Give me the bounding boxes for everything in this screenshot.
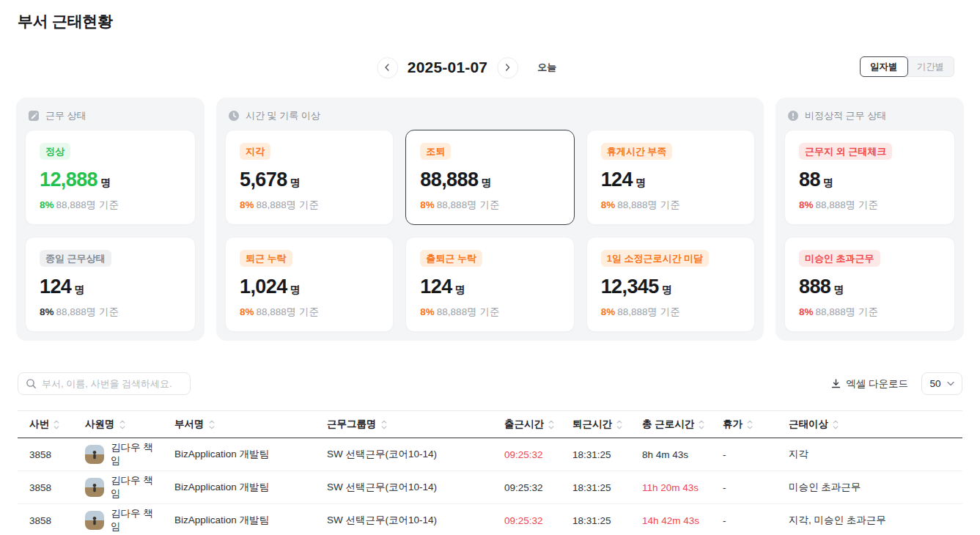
current-date[interactable]: 2025-01-07 xyxy=(408,59,487,76)
stat-card-missing-check-in-out[interactable]: 출퇴근 누락 124 명 8%88,888명 기준 xyxy=(405,237,574,332)
employee-name: 김다우 책임 xyxy=(111,474,163,501)
status-badge: 1일 소정근로시간 미달 xyxy=(601,250,709,268)
stat-card-normal[interactable]: 정상 12,888 명 8%88,888명 기준 xyxy=(25,130,196,225)
status-badge: 종일 근무상태 xyxy=(40,250,111,268)
page-size-value: 50 xyxy=(929,378,940,389)
cell-dept: BizApplication 개발팀 xyxy=(163,448,315,461)
tab-period[interactable]: 기간별 xyxy=(906,56,955,77)
search-input[interactable] xyxy=(42,378,183,389)
stat-percent: 8% xyxy=(420,306,435,317)
sort-icon[interactable] xyxy=(119,420,125,429)
table-row[interactable]: 3858 김다우 책임 BizApplication 개발팀 SW 선택근무(코… xyxy=(18,504,962,535)
cell-check-in: 09:25:32 xyxy=(493,515,561,526)
value-line: 5,678 명 xyxy=(240,169,379,191)
column-header-work-group[interactable]: 근무그룹명 xyxy=(315,418,493,431)
stat-unit: 명 xyxy=(833,284,844,297)
stat-value: 124 xyxy=(40,276,71,298)
cell-check-out: 18:31:25 xyxy=(561,449,630,460)
cell-check-in: 09:25:32 xyxy=(493,449,561,460)
value-line: 12,345 명 xyxy=(601,276,740,298)
sort-icon[interactable] xyxy=(548,420,554,429)
excel-download-button[interactable]: 엑셀 다운로드 xyxy=(830,377,908,391)
stat-card-under-required-hours[interactable]: 1일 소정근로시간 미달 12,345 명 8%88,888명 기준 xyxy=(586,237,755,332)
status-badge: 퇴근 누락 xyxy=(240,250,292,268)
stat-card-offsite-check[interactable]: 근무지 외 근태체크 88 명 8%88,888명 기준 xyxy=(784,130,955,225)
employee-avatar xyxy=(85,478,104,497)
stat-basis: 8%88,888명 기준 xyxy=(799,199,940,212)
sort-icon[interactable] xyxy=(381,420,387,429)
column-header-total-hours[interactable]: 총 근로시간 xyxy=(630,418,711,431)
page-title: 부서 근태현황 xyxy=(18,11,962,32)
cell-work-group: SW 선택근무(코어10-14) xyxy=(315,481,493,494)
stat-card-break-shortage[interactable]: 휴게시간 부족 124 명 8%88,888명 기준 xyxy=(586,130,755,225)
stat-basis: 8%88,888명 기준 xyxy=(40,306,181,319)
status-badge: 휴게시간 부족 xyxy=(601,143,673,160)
cell-dept: BizApplication 개발팀 xyxy=(163,481,315,494)
next-date-button[interactable] xyxy=(497,57,518,78)
stat-card-unapproved-overtime[interactable]: 미승인 초과근무 888 명 8%88,888명 기준 xyxy=(784,237,955,332)
column-header-leave[interactable]: 휴가 xyxy=(711,418,777,431)
stat-value: 1,024 xyxy=(240,276,287,298)
stat-unit: 명 xyxy=(290,177,301,190)
stat-basis-text: 88,888명 기준 xyxy=(257,199,320,210)
stat-basis-text: 88,888명 기준 xyxy=(257,306,320,317)
cell-total-hours: 11h 20m 43s xyxy=(630,482,711,493)
sort-icon[interactable] xyxy=(54,420,59,429)
column-header-dept[interactable]: 부서명 xyxy=(163,418,315,431)
stat-basis: 8%88,888명 기준 xyxy=(240,199,379,212)
cell-total-hours: 8h 4m 43s xyxy=(630,449,711,460)
page-size-select[interactable]: 50 xyxy=(921,372,962,395)
stat-percent: 8% xyxy=(799,199,814,210)
stat-value: 5,678 xyxy=(240,169,287,191)
cell-leave: - xyxy=(711,449,777,460)
column-header-emp-id[interactable]: 사번 xyxy=(18,418,73,431)
stat-unit: 명 xyxy=(662,284,672,297)
cell-total-hours: 14h 42m 43s xyxy=(630,515,711,526)
stat-unit: 명 xyxy=(481,177,491,190)
tab-daily[interactable]: 일자별 xyxy=(860,56,908,77)
group-abnormal-work-cards: 근무지 외 근태체크 88 명 8%88,888명 기준 미승인 초과근무 88… xyxy=(784,130,955,332)
cell-work-group: SW 선택근무(코어10-14) xyxy=(315,514,493,527)
column-header-check-in[interactable]: 출근시간 xyxy=(493,418,561,431)
view-toggle: 일자별 기간별 xyxy=(860,56,954,77)
stat-value: 888 xyxy=(799,276,830,298)
stat-unit: 명 xyxy=(74,284,84,297)
stat-unit: 명 xyxy=(100,177,111,190)
group-work-status-cards: 정상 12,888 명 8%88,888명 기준 종일 근무상태 124 명 xyxy=(25,130,196,332)
stat-card-allday-status[interactable]: 종일 근무상태 124 명 8%88,888명 기준 xyxy=(25,237,196,332)
column-header-check-out[interactable]: 퇴근시간 xyxy=(561,418,630,431)
sort-icon[interactable] xyxy=(833,420,839,429)
sort-icon[interactable] xyxy=(699,420,704,429)
stat-card-early-leave[interactable]: 조퇴 88,888 명 8%88,888명 기준 xyxy=(405,130,574,225)
stat-card-late[interactable]: 지각 5,678 명 8%88,888명 기준 xyxy=(225,130,394,225)
sort-icon[interactable] xyxy=(747,420,753,429)
stat-basis-text: 88,888명 기준 xyxy=(437,306,500,317)
column-header-anomaly[interactable]: 근태이상 xyxy=(777,418,962,431)
prev-date-button[interactable] xyxy=(377,57,398,78)
stat-percent: 8% xyxy=(40,306,54,317)
stat-unit: 명 xyxy=(290,284,301,297)
stat-card-missing-checkout[interactable]: 퇴근 누락 1,024 명 8%88,888명 기준 xyxy=(225,237,394,332)
cell-emp-id: 3858 xyxy=(18,482,73,493)
today-button[interactable]: 오늘 xyxy=(537,61,556,74)
cell-check-out: 18:31:25 xyxy=(561,482,630,493)
stat-basis-text: 88,888명 기준 xyxy=(816,199,879,210)
stat-value: 124 xyxy=(601,169,633,191)
stat-basis-text: 88,888명 기준 xyxy=(56,306,119,317)
stat-percent: 8% xyxy=(40,199,54,210)
cell-name: 김다우 책임 xyxy=(73,507,163,534)
date-bar: 2025-01-07 오늘 일자별 기간별 xyxy=(0,55,980,80)
sort-icon[interactable] xyxy=(209,420,215,429)
column-header-name[interactable]: 사원명 xyxy=(73,418,163,431)
search-box[interactable] xyxy=(18,372,191,395)
employee-avatar xyxy=(85,511,104,530)
value-line: 88,888 명 xyxy=(420,169,559,191)
sort-icon[interactable] xyxy=(616,420,622,429)
table-row[interactable]: 3858 김다우 책임 BizApplication 개발팀 SW 선택근무(코… xyxy=(18,471,962,504)
table-row[interactable]: 3858 김다우 책임 BizApplication 개발팀 SW 선택근무(코… xyxy=(18,438,962,471)
group-title: 시간 및 기록 이상 xyxy=(246,109,320,122)
employee-name: 김다우 책임 xyxy=(111,441,163,468)
cell-emp-id: 3858 xyxy=(18,449,73,460)
table-toolbar: 엑셀 다운로드 50 xyxy=(18,372,962,395)
cell-anomaly: 지각, 미승인 초과근무 xyxy=(777,514,962,527)
